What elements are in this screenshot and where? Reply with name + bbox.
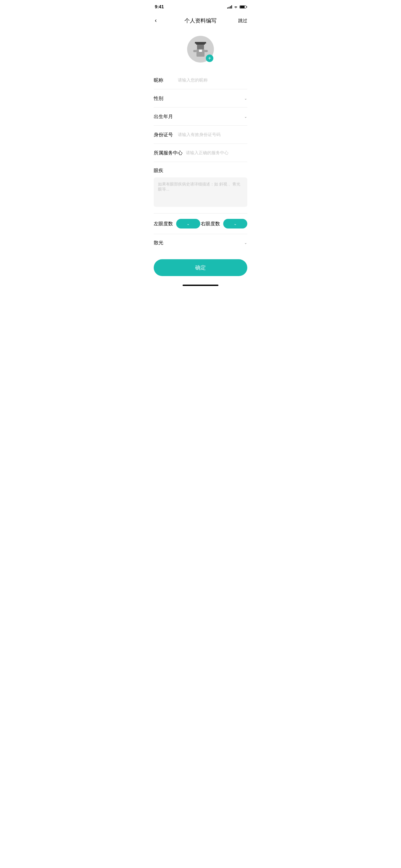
form-container: 昵称 性别 ⌄ 出生年月 ⌄ 身份证号 所属服务中心 眼疾 (148, 71, 253, 251)
svg-rect-3 (195, 42, 206, 43)
id-number-input[interactable] (178, 132, 247, 137)
back-button[interactable]: ‹ (154, 16, 158, 25)
confirm-button[interactable]: 确定 (154, 259, 247, 276)
nickname-label: 昵称 (154, 77, 178, 83)
eye-disease-label: 眼疾 (154, 167, 247, 174)
birth-month-label: 出生年月 (154, 113, 178, 120)
left-eye-label: 左眼度数 (154, 220, 173, 227)
status-bar: 9:41 (148, 0, 253, 13)
astigmatism-section[interactable]: 散光 ⌄ (154, 234, 247, 251)
gender-dropdown[interactable]: ⌄ (178, 96, 247, 100)
astigmatism-label: 散光 (154, 240, 163, 246)
astigmatism-chevron-icon: ⌄ (244, 241, 247, 245)
birth-month-dropdown[interactable]: ⌄ (178, 114, 247, 119)
svg-rect-6 (193, 50, 196, 52)
left-eye-chevron-icon: ⌄ (187, 221, 190, 226)
left-eye-dropdown[interactable]: ⌄ (176, 219, 200, 228)
avatar-add-button[interactable]: + (206, 55, 213, 62)
home-bar (183, 285, 218, 286)
page-title: 个人资料编写 (184, 17, 217, 24)
eye-degree-section: 左眼度数 ⌄ 右眼度数 ⌄ (154, 214, 247, 234)
right-eye-label: 右眼度数 (201, 220, 220, 227)
home-indicator (148, 281, 253, 288)
service-center-input[interactable] (186, 151, 247, 155)
gender-label: 性别 (154, 95, 178, 101)
battery-icon (240, 5, 246, 8)
svg-rect-7 (205, 50, 208, 52)
id-number-label: 身份证号 (154, 131, 178, 138)
signal-icon (227, 5, 232, 8)
birth-month-chevron-icon: ⌄ (244, 114, 247, 119)
skip-button[interactable]: 跳过 (238, 18, 247, 24)
left-eye-item: 左眼度数 ⌄ (154, 219, 200, 228)
nickname-input[interactable] (178, 78, 247, 83)
status-icons (227, 5, 246, 8)
service-center-field: 所属服务中心 (154, 144, 247, 162)
svg-rect-5 (199, 50, 202, 52)
eye-degree-row: 左眼度数 ⌄ 右眼度数 ⌄ (154, 219, 247, 228)
status-time: 9:41 (155, 4, 164, 10)
eye-disease-section: 眼疾 (154, 162, 247, 214)
right-eye-chevron-icon: ⌄ (234, 221, 237, 226)
confirm-btn-wrapper: 确定 (148, 251, 253, 281)
nav-bar: ‹ 个人资料编写 跳过 (148, 13, 253, 29)
right-eye-item: 右眼度数 ⌄ (201, 219, 247, 228)
avatar-wrapper[interactable]: + (187, 36, 214, 63)
birth-month-field[interactable]: 出生年月 ⌄ (154, 107, 247, 126)
avatar-section: + (148, 29, 253, 71)
gender-chevron-icon: ⌄ (244, 96, 247, 100)
right-eye-dropdown[interactable]: ⌄ (223, 219, 247, 228)
eye-disease-textarea[interactable] (154, 178, 247, 207)
wifi-icon (234, 5, 238, 8)
nickname-field: 昵称 (154, 71, 247, 89)
id-number-field: 身份证号 (154, 126, 247, 144)
service-center-label: 所属服务中心 (154, 150, 186, 156)
gender-field[interactable]: 性别 ⌄ (154, 89, 247, 107)
